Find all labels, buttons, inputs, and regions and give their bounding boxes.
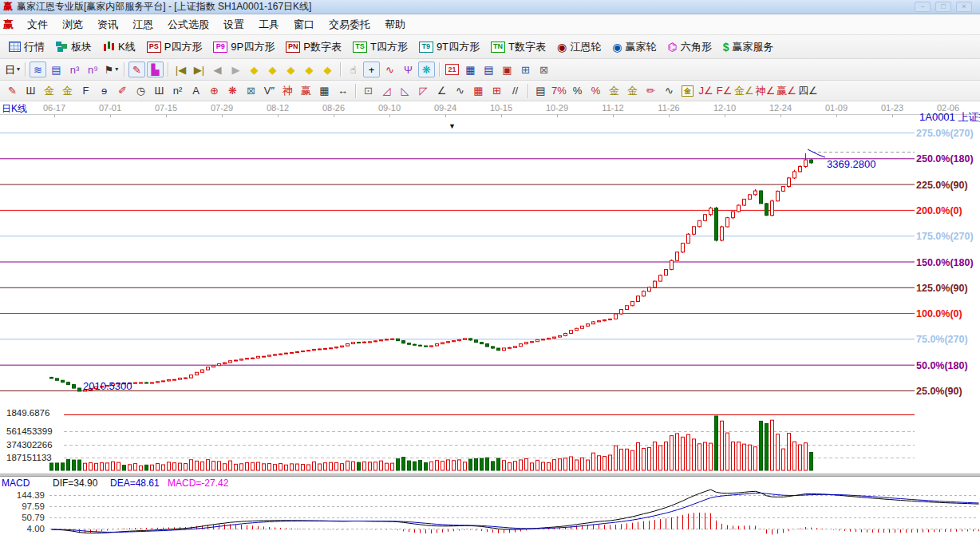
toolbar-gann-wheel-button[interactable]: ◉江恩轮 bbox=[551, 38, 607, 57]
h-span-icon[interactable]: ↔ bbox=[334, 83, 351, 99]
slant-lines-icon[interactable]: // bbox=[507, 83, 524, 99]
save-disk-icon[interactable]: ▣ bbox=[499, 61, 516, 77]
hand-drag-icon[interactable]: ☝ bbox=[345, 61, 362, 77]
next-page-icon[interactable]: ▶ bbox=[227, 61, 244, 77]
av-wave-icon[interactable]: ∿ bbox=[661, 83, 678, 99]
percent-line-icon[interactable]: % bbox=[587, 83, 604, 99]
color-histogram-icon[interactable]: ▙ bbox=[147, 61, 164, 77]
four-angle-icon[interactable]: 四∠ bbox=[798, 83, 818, 99]
god-angle-icon[interactable]: 神∠ bbox=[756, 83, 776, 99]
gold-angle-icon[interactable]: 金∠ bbox=[734, 83, 754, 99]
menu-item-2[interactable]: 资讯 bbox=[90, 18, 125, 30]
toolbar-winner-wheel-button[interactable]: ◉赢家轮 bbox=[607, 38, 662, 57]
toolbar-kline-button[interactable]: K线 bbox=[97, 38, 141, 57]
f-comb-icon[interactable]: F bbox=[77, 83, 94, 99]
red-brush-icon[interactable]: ✏ bbox=[642, 83, 659, 99]
percent-icon[interactable]: % bbox=[569, 83, 586, 99]
two-point-line-icon[interactable]: ∿ bbox=[381, 61, 398, 77]
notepad-icon[interactable]: ▤ bbox=[480, 61, 497, 77]
maximize-button[interactable]: □ bbox=[935, 2, 951, 12]
draw-scribble-icon[interactable]: ✎ bbox=[128, 61, 145, 77]
red-target-icon[interactable]: ⊕ bbox=[206, 83, 223, 99]
comb-grid-icon[interactable]: Ш bbox=[22, 83, 39, 99]
gann-compress-h-icon[interactable]: ◆ bbox=[301, 61, 318, 77]
gann-expand-all-icon[interactable]: ◆ bbox=[319, 61, 336, 77]
calculator-icon[interactable]: ▦ bbox=[462, 61, 479, 77]
purple-fan-icon[interactable]: ◺ bbox=[397, 83, 413, 99]
n2-grid-icon[interactable]: n² bbox=[169, 83, 186, 99]
menu-item-4[interactable]: 公式选股 bbox=[160, 18, 216, 30]
toolbar-p-square-button[interactable]: PSP四方形 bbox=[141, 38, 208, 57]
quote-v-icon[interactable]: V″ bbox=[261, 83, 278, 99]
vol-bars-3-icon[interactable]: n³ bbox=[66, 61, 83, 77]
toolbar-sectors-button[interactable]: 板块 bbox=[50, 38, 97, 57]
kline-chart[interactable]: 06-1707-0107-1507-2908-1208-2609-1009-24… bbox=[0, 101, 980, 543]
grid-shift-icon[interactable]: ⊞ bbox=[488, 83, 505, 99]
f-angle-icon[interactable]: F∠ bbox=[716, 83, 733, 99]
a-channel-icon[interactable]: A bbox=[188, 83, 204, 99]
square-ruler-icon[interactable]: ⊡ bbox=[360, 83, 377, 99]
calendar-icon[interactable]: 21 bbox=[444, 61, 460, 77]
toolbar-t-square-button[interactable]: TST四方形 bbox=[347, 38, 413, 57]
first-page-icon[interactable]: |◀ bbox=[172, 61, 189, 77]
zigzag-map-icon[interactable]: ≋ bbox=[30, 61, 46, 77]
ruler-125-icon[interactable]: ▦ bbox=[316, 83, 333, 99]
print-capture-icon[interactable]: ⊠ bbox=[535, 61, 552, 77]
toolbar-hexagon-button[interactable]: ⌬六角形 bbox=[662, 38, 717, 57]
wave-lines-icon[interactable]: ∿ bbox=[452, 83, 468, 99]
toolbar-quotes-button[interactable]: 行情 bbox=[3, 38, 50, 57]
quote-list-icon[interactable]: ▤ bbox=[48, 61, 65, 77]
gann-window-tool-icon[interactable]: Ψ bbox=[400, 61, 417, 77]
gann-move-right-icon[interactable]: ◆ bbox=[264, 61, 281, 77]
network-share-icon[interactable]: ⊞ bbox=[517, 61, 534, 77]
svg-text:225.0%(90): 225.0%(90) bbox=[916, 180, 968, 191]
menu-item-3[interactable]: 江恩 bbox=[125, 18, 160, 30]
flag-marker-icon[interactable]: ⚑▾ bbox=[103, 61, 120, 77]
menu-item-9[interactable]: 帮助 bbox=[377, 18, 413, 30]
minimize-button[interactable]: － bbox=[915, 2, 931, 12]
percent-7-icon[interactable]: 7% bbox=[551, 83, 567, 99]
vol-bars-9-icon[interactable]: n⁹ bbox=[85, 61, 101, 77]
spiral-9-icon[interactable]: ɘ bbox=[96, 83, 113, 99]
gold-box-icon[interactable]: 金 bbox=[679, 83, 696, 99]
menu-item-6[interactable]: 工具 bbox=[251, 18, 286, 30]
smart-brain-icon[interactable]: ❋ bbox=[418, 61, 435, 77]
angle-fan-icon[interactable]: ∠ bbox=[433, 83, 450, 99]
web-target-icon[interactable]: ❋ bbox=[224, 83, 241, 99]
toolbar-9t-square-button[interactable]: T99T四方形 bbox=[413, 38, 485, 57]
toolbar-9p-square-button[interactable]: P99P四方形 bbox=[207, 38, 280, 57]
gann-expand-h-icon[interactable]: ◆ bbox=[283, 61, 299, 77]
gold-comb-1-icon[interactable]: 金 bbox=[41, 83, 57, 99]
toolbar-p-number-table-button[interactable]: PNP数字表 bbox=[280, 38, 347, 57]
draw-pencil-icon[interactable]: ✎ bbox=[4, 83, 21, 99]
last-page-icon[interactable]: ▶| bbox=[191, 61, 207, 77]
gann-move-left-icon[interactable]: ◆ bbox=[246, 61, 263, 77]
god-grid-icon[interactable]: 神 bbox=[279, 83, 296, 99]
gold-comb-2-icon[interactable]: 金 bbox=[59, 83, 76, 99]
gold-line-icon[interactable]: 金 bbox=[624, 83, 641, 99]
menu-item-7[interactable]: 窗口 bbox=[286, 18, 322, 30]
prev-page-icon[interactable]: ◀ bbox=[209, 61, 226, 77]
chart-area[interactable]: 06-1707-0107-1507-2908-1208-2609-1009-24… bbox=[0, 101, 980, 543]
gold-circle-icon[interactable]: 金 bbox=[606, 83, 622, 99]
menu-item-8[interactable]: 交易委托 bbox=[322, 18, 377, 30]
plain-comb-icon[interactable]: Ш bbox=[151, 83, 168, 99]
win-angle-icon[interactable]: 赢∠ bbox=[776, 83, 796, 99]
clock-wheel-icon[interactable]: ◷ bbox=[132, 83, 149, 99]
red-fan-icon[interactable]: ◿ bbox=[378, 83, 395, 99]
stats-table-icon[interactable]: ▤ bbox=[532, 83, 549, 99]
menu-item-5[interactable]: 设置 bbox=[216, 18, 251, 30]
red-grid-icon[interactable]: ▦ bbox=[470, 83, 487, 99]
close-button[interactable]: × bbox=[956, 2, 972, 12]
toolbar-winner-service-button[interactable]: $赢家服务 bbox=[717, 38, 780, 57]
toolbar-t-number-table-button[interactable]: TNT数字表 bbox=[485, 38, 551, 57]
pencil-ruler-icon[interactable]: ✐ bbox=[114, 83, 131, 99]
crosshair-icon[interactable]: + bbox=[363, 61, 380, 77]
win-grid-icon[interactable]: 赢 bbox=[298, 83, 314, 99]
j-angle-icon[interactable]: J∠ bbox=[697, 83, 714, 99]
box-fan-icon[interactable]: ◸ bbox=[415, 83, 432, 99]
menu-item-0[interactable]: 文件 bbox=[20, 18, 55, 30]
menu-item-1[interactable]: 浏览 bbox=[55, 18, 90, 30]
web-box-icon[interactable]: ⊠ bbox=[243, 83, 259, 99]
period-selector-icon[interactable]: 日▾ bbox=[4, 61, 21, 77]
